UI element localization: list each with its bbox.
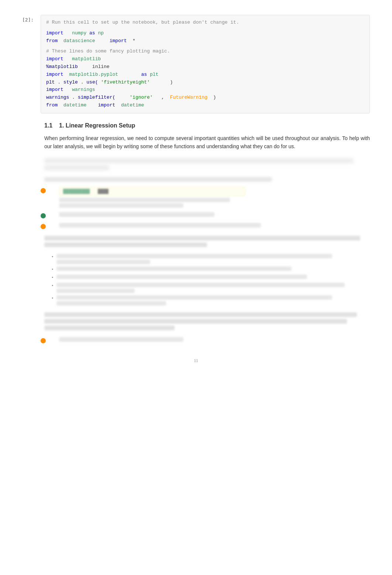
bullet-2: •: [52, 266, 370, 272]
kw-import-1: import: [46, 30, 63, 37]
import-numpy-line: import numpy as np: [46, 30, 364, 37]
from-datetime-line: from datetime import datetime: [46, 102, 364, 109]
bullet-1-l1: [56, 254, 333, 258]
dot-3: .: [72, 94, 75, 102]
page-container: [2]: # Run this cell to set up the noteb…: [0, 0, 392, 378]
paren-close-2: ): [213, 94, 216, 102]
orange-dot-indicator-1: [41, 188, 46, 193]
blurred-green-line: [59, 212, 214, 217]
section-body-text: When performing linear regression, we ne…: [44, 134, 370, 151]
sub-cell-orange-1-content: ██████████ ████: [59, 187, 370, 208]
wildcard: *: [133, 37, 135, 45]
cell-number-2: [2]:: [22, 15, 41, 113]
from-datascience-line: from datascience import *: [46, 37, 364, 45]
kw-import-3: import: [46, 55, 63, 63]
fn-style: style: [63, 79, 78, 86]
simplefilter-line: warnings . simplefilter( 'ignore' , Futu…: [46, 94, 364, 102]
kw-import-5: import: [46, 86, 63, 94]
import-warnings-line: import warnings: [46, 86, 364, 94]
blurred-bottom-code: [59, 337, 183, 342]
bullet-5-l1: [56, 295, 333, 300]
paren-close-1: ): [170, 79, 173, 86]
dot-2: .: [81, 79, 84, 86]
alias-np: np: [98, 30, 104, 37]
inline-keyword: inline: [92, 63, 110, 71]
blurred-code-span-2: ████: [98, 189, 109, 194]
bullet-5: •: [52, 295, 370, 306]
kw-from-2: from: [46, 102, 58, 109]
bullet-3: •: [52, 275, 370, 280]
kw-import-2: import: [110, 37, 127, 45]
kw-as-2: as: [141, 71, 147, 79]
blur-p1-l2: [44, 242, 207, 247]
comma-1: ,: [161, 94, 164, 102]
mod-datetime-class: datetime: [121, 102, 144, 109]
sub-cell-orange-2-content: [59, 223, 370, 228]
comment-plotting-text: # These lines do some fancy plotting mag…: [46, 48, 170, 55]
bullet-4-content: [56, 283, 370, 293]
fn-warnings: warnings: [46, 94, 69, 102]
mod-datascience: datascience: [63, 37, 95, 45]
magic-pct: %matplotlib: [46, 63, 78, 71]
bullet-1-l2: [56, 260, 151, 264]
fn-use: use(: [86, 79, 98, 86]
import-matplotlib-line: import matplotlib: [46, 55, 364, 63]
blurred-sub-line-1: [59, 198, 230, 202]
alias-plt: plt: [150, 71, 158, 79]
bullet-marker-3: •: [52, 275, 54, 280]
bullet-5-l2: [56, 301, 166, 306]
bullet-marker-2: •: [52, 266, 54, 272]
bullet-marker-5: •: [52, 295, 54, 306]
bullet-5-content: [56, 295, 370, 306]
blur-p2-l3: [44, 326, 175, 330]
blurred-sub-line-2: [59, 203, 183, 208]
str-fivethirtyeight: 'fivethirtyeight': [101, 79, 150, 86]
sub-cell-green-1: [41, 212, 370, 218]
blurred-text-1: [44, 158, 370, 170]
dot-1: .: [58, 79, 61, 86]
code-block-2[interactable]: # Run this cell to set up the notebook, …: [41, 15, 370, 113]
sub-cell-orange-1: ██████████ ████: [41, 187, 370, 208]
highlighted-code-1: ██████████ ████: [59, 187, 245, 196]
comment-text: # Run this cell to set up the notebook, …: [46, 19, 239, 27]
blur-p1-l1: [44, 236, 360, 241]
mod-datetime: datetime: [63, 102, 86, 109]
code-cell-2: [2]: # Run this cell to set up the noteb…: [22, 15, 370, 113]
magic-matplotlib-line: %matplotlib inline: [46, 63, 364, 71]
sub-cell-orange-3: [41, 337, 370, 343]
blurred-orange-line-2: [59, 223, 261, 228]
mod-matplotlib: matplotlib: [72, 55, 101, 63]
bullet-marker-1: •: [52, 254, 54, 264]
bullet-1-content: [56, 254, 370, 264]
kw-import-4: import: [46, 71, 63, 79]
mod-pyplot: matplotlib.pyplot: [69, 71, 118, 79]
blurred-paragraph-2: [44, 312, 370, 330]
bullet-4-l2: [56, 289, 135, 293]
bullet-marker-4: •: [52, 283, 54, 293]
blur-p2-l1: [44, 312, 357, 317]
bullet-4: •: [52, 283, 370, 293]
bullet-4-l1: [56, 283, 345, 287]
blurred-code-span: ██████████: [63, 189, 90, 194]
blurred-block-2: [44, 177, 370, 182]
sub-cell-green-1-content: [59, 212, 370, 217]
fn-plt: plt: [46, 79, 55, 86]
bullet-2-content: [56, 266, 370, 272]
sub-cell-orange-3-content: [59, 337, 370, 342]
sub-cell-orange-2: [41, 223, 370, 229]
blurred-bullets: • • • •: [52, 254, 370, 306]
kw-as-1: as: [89, 30, 95, 37]
orange-dot-indicator-3: [41, 338, 46, 343]
str-ignore: 'ignore': [130, 94, 152, 102]
mod-warnings: warnings: [72, 86, 95, 94]
bullet-1: •: [52, 254, 370, 264]
code-comment-line: # Run this cell to set up the notebook, …: [46, 19, 364, 27]
blur-p2-l2: [44, 319, 347, 324]
bullet-3-l1: [56, 275, 307, 279]
import-pyplot-line: import matplotlib.pyplot as plt: [46, 71, 364, 79]
bullet-2-l1: [56, 266, 292, 271]
cls-futurewarning: FutureWarning: [170, 94, 207, 102]
style-use-line: plt . style . use( 'fivethirtyeight' ): [46, 79, 364, 86]
mod-numpy: numpy: [72, 30, 86, 37]
page-number: 11: [22, 358, 370, 364]
